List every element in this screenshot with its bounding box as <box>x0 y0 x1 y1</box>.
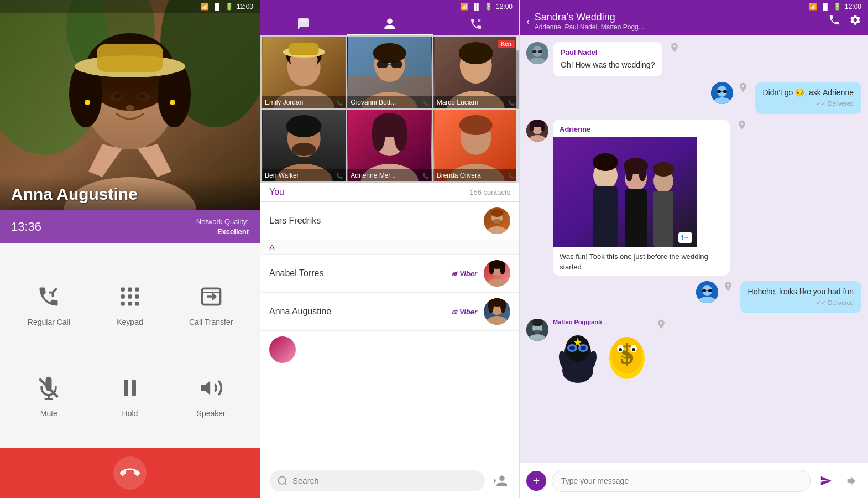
tab-chats[interactable] <box>260 13 347 35</box>
svg-point-17 <box>85 100 90 105</box>
mute-button[interactable]: Mute <box>11 351 87 437</box>
svg-point-141 <box>581 346 586 350</box>
grid-contact-brenda[interactable]: Brenda Olivera 📞 <box>433 110 518 181</box>
svg-point-69 <box>394 118 407 151</box>
location-pin-sent1[interactable] <box>738 82 749 93</box>
anabel-name: Anabel Torres <box>269 268 445 278</box>
grid-label-brenda: Brenda Olivera 📞 <box>433 169 518 181</box>
svg-point-81 <box>486 279 508 287</box>
battery-icon-c: 🔋 <box>484 3 493 11</box>
chat-header-content: ‹ Sandra's Wedding Adrienne, Paul Nadel,… <box>520 12 868 35</box>
status-time-call: 12:00 <box>237 3 253 11</box>
svg-point-88 <box>488 298 494 313</box>
contact-lars[interactable]: Lars Fredriks <box>260 202 519 240</box>
chat-message-input[interactable] <box>552 470 811 492</box>
chat-call-button[interactable] <box>828 14 840 29</box>
emily-call-icon: 📞 <box>336 100 343 106</box>
status-time-contacts: 12:00 <box>496 3 513 11</box>
grid-label-adrienne: Adrienne Mer... 📞 <box>347 169 432 181</box>
mute-label: Mute <box>40 409 57 418</box>
tab-calls[interactable] <box>433 13 519 35</box>
sent-avatar-1 <box>711 82 733 104</box>
chat-send-button[interactable] <box>816 471 836 491</box>
sent-2-status: ✓✓ Delivered <box>748 299 854 307</box>
chat-title: Sandra's Wedding <box>535 12 824 23</box>
regular-call-icon <box>32 280 65 313</box>
svg-rect-117 <box>625 189 647 247</box>
keypad-button[interactable]: Keypad <box>92 260 168 346</box>
location-pin-adrienne[interactable] <box>736 120 747 131</box>
grid-scrollbar[interactable] <box>516 35 519 183</box>
contact-placeholder[interactable] <box>260 331 519 369</box>
signal-icon: ▐▌ <box>212 3 222 11</box>
anabel-avatar <box>484 260 510 287</box>
end-call-button[interactable] <box>113 456 147 490</box>
speaker-icon <box>195 371 228 404</box>
svg-rect-22 <box>121 294 124 298</box>
svg-point-133 <box>532 319 543 326</box>
network-value: Excellent <box>196 227 249 237</box>
wedding-image: f→ <box>553 137 697 247</box>
ninja-sticker <box>553 328 603 383</box>
chat-back-button[interactable]: ‹ <box>526 15 530 28</box>
add-contact-icon <box>494 474 507 487</box>
search-input[interactable] <box>292 476 477 485</box>
wifi-icon-c: 📶 <box>460 3 468 11</box>
status-bar-chat: 📶 ▐▌ 🔋 12:00 <box>520 0 868 13</box>
svg-rect-103 <box>717 90 721 93</box>
paul-bubble-wrapper: Paul Nadel Oh! How was the wedding? <box>553 42 662 76</box>
message-matteo: Matteo Poggianti <box>526 319 861 383</box>
svg-point-74 <box>459 115 492 135</box>
chat-title-area: Sandra's Wedding Adrienne, Paul Nadel, M… <box>535 12 824 31</box>
matteo-sticker-wrapper: Matteo Poggianti <box>553 319 649 383</box>
chat-settings-button[interactable] <box>849 14 861 29</box>
grid-contact-adrienne[interactable]: Adrienne Mer... 📞 <box>347 110 432 181</box>
svg-point-78 <box>491 209 503 217</box>
location-pin-sent2[interactable] <box>723 281 734 292</box>
message-sent-2: Hehehe, looks like you had fun ✓✓ Delive… <box>526 281 861 313</box>
adrienne-sender: Adrienne <box>560 125 590 133</box>
svg-rect-49 <box>377 61 388 68</box>
svg-point-68 <box>372 118 385 151</box>
location-pin-matteo[interactable] <box>656 319 667 330</box>
location-pin-paul[interactable] <box>669 42 680 53</box>
speaker-button[interactable]: Speaker <box>173 351 249 437</box>
grid-contact-emily[interactable]: Emily Jordan 📞 <box>262 37 346 108</box>
call-info-bar: 13:36 Network Quality: Excellent <box>0 210 260 243</box>
grid-contact-ben[interactable]: Ben Walker 📞 <box>262 110 346 181</box>
keypad-label: Keypad <box>117 318 143 326</box>
adrienne-name: Adrienne Mer... <box>351 172 395 179</box>
grid-contact-marco[interactable]: Ken Marco Luciani 📞 <box>433 37 518 108</box>
contacts-bottom-bar <box>260 463 519 498</box>
svg-rect-19 <box>121 287 124 291</box>
message-paul: Paul Nadel Oh! How was the wedding? <box>526 42 861 76</box>
contact-count: 156 contacts <box>469 188 510 196</box>
matteo-sender: Matteo Poggianti <box>553 319 649 325</box>
signal-icon-c: ▐▌ <box>472 3 481 11</box>
grid-contact-giovanni[interactable]: Giovanni Bott... 📞 <box>347 37 432 108</box>
wifi-icon-ch: 📶 <box>809 3 817 11</box>
chat-forward-button[interactable] <box>841 471 861 491</box>
svg-point-115 <box>593 153 618 171</box>
contact-anabel[interactable]: Anabel Torres Viber <box>260 255 519 293</box>
battery-icon: 🔋 <box>225 3 233 11</box>
add-contact-button[interactable] <box>490 471 510 491</box>
contacts-screen: 📶 ▐▌ 🔋 12:00 <box>260 0 520 498</box>
keypad-icon <box>113 280 147 313</box>
svg-point-48 <box>373 43 406 63</box>
svg-point-15 <box>139 94 146 98</box>
ben-name: Ben Walker <box>265 172 299 179</box>
search-box[interactable] <box>269 470 485 491</box>
chat-plus-button[interactable]: + <box>526 471 546 491</box>
tab-contacts[interactable] <box>347 13 433 35</box>
contact-anna[interactable]: Anna Augustine Viber <box>260 293 519 331</box>
emily-name: Emily Jordan <box>265 98 303 106</box>
call-transfer-button[interactable]: Call Transfer <box>173 260 249 346</box>
sent-2-text: Hehehe, looks like you had fun <box>748 287 854 296</box>
regular-call-button[interactable]: Regular Call <box>11 260 87 346</box>
hold-button[interactable]: Hold <box>92 351 168 437</box>
svg-rect-97 <box>532 50 536 53</box>
svg-point-56 <box>458 42 493 64</box>
end-call-bar[interactable] <box>0 448 260 498</box>
giovanni-name: Giovanni Bott... <box>351 98 396 106</box>
